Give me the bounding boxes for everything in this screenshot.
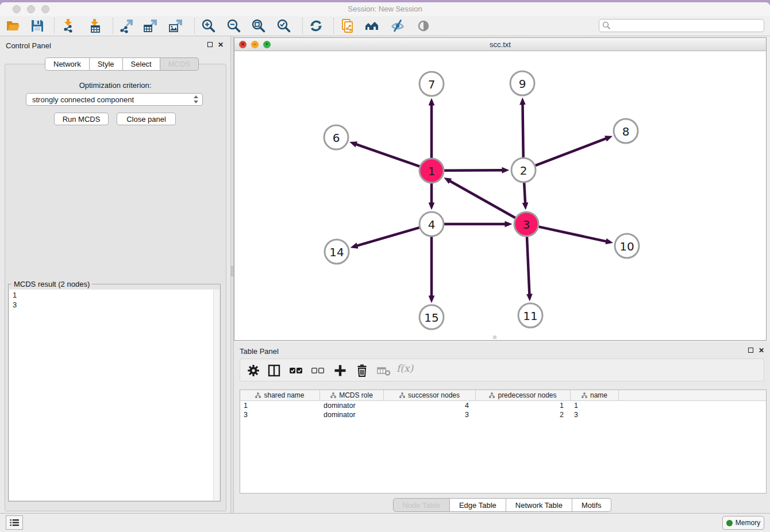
save-session-icon[interactable] — [30, 18, 45, 33]
zoom-fit-icon[interactable] — [251, 18, 266, 33]
delete-table-icon[interactable] — [376, 363, 391, 378]
node-table-body: 1dominator4113dominator323 — [240, 401, 766, 419]
table-cell[interactable]: 1 — [240, 401, 320, 410]
graph-edge-1-2[interactable] — [444, 170, 502, 171]
show-graphics-details-icon[interactable] — [416, 18, 431, 33]
delete-column-icon[interactable] — [355, 363, 369, 378]
tab-network-table[interactable]: Network Table — [506, 498, 572, 512]
column-header-successor-nodes[interactable]: successor nodes — [384, 390, 476, 400]
tab-motifs[interactable]: Motifs — [572, 498, 611, 512]
export-table-icon[interactable] — [143, 18, 157, 33]
open-session-icon[interactable] — [6, 18, 21, 33]
memory-button[interactable]: Memory — [722, 516, 764, 530]
window-title: Session: New Session — [0, 5, 770, 13]
import-table-icon[interactable] — [87, 18, 102, 33]
column-header-mcds-role[interactable]: MCDS role — [320, 390, 384, 400]
tab-select[interactable]: Select — [123, 57, 160, 71]
table-panel-title: Table Panel — [240, 347, 279, 356]
graph-edge-3-10[interactable] — [538, 227, 606, 241]
table-panel-close-icon[interactable]: ✕ — [759, 347, 764, 354]
graph-edge-1-6[interactable] — [356, 144, 419, 167]
column-header-shared-name[interactable]: shared name — [240, 390, 320, 400]
criterion-dropdown[interactable]: strongly connected component — [26, 93, 203, 106]
graph-node-label: 2 — [520, 164, 528, 178]
panel-divider-handle[interactable] — [231, 266, 233, 276]
table-cell[interactable]: 4 — [384, 401, 476, 410]
table-row[interactable]: 3dominator323 — [240, 410, 766, 419]
import-network-icon[interactable] — [61, 18, 76, 33]
table-cell[interactable]: 3 — [240, 410, 320, 419]
optimization-criterion-label: Optimization criterion: — [0, 81, 230, 90]
column-sort-icon — [489, 392, 495, 398]
table-settings-icon[interactable] — [246, 363, 261, 378]
search-input[interactable] — [599, 19, 764, 32]
select-all-checkboxes-icon[interactable] — [288, 363, 303, 378]
mcds-result-scrollbar[interactable] — [213, 290, 220, 500]
control-panel-float-icon[interactable] — [207, 42, 213, 47]
column-header-label: MCDS role — [339, 391, 373, 399]
zoom-selected-icon[interactable] — [276, 18, 291, 33]
graph-edge-2-8[interactable] — [536, 138, 606, 165]
task-history-button[interactable] — [6, 515, 23, 530]
network-view-window: ✕ − + scc.txt 7968124314101511 — [234, 37, 767, 341]
toolbar-separator — [333, 18, 334, 34]
export-image-icon[interactable] — [168, 18, 183, 33]
mcds-result-text[interactable]: 1 3 — [9, 290, 213, 500]
table-toolbar: f(x) — [240, 358, 764, 381]
network-window-titlebar: ✕ − + scc.txt — [234, 38, 766, 51]
graph-node-label: 7 — [428, 78, 436, 91]
clone-network-icon[interactable] — [340, 18, 355, 33]
zoom-out-icon[interactable] — [226, 18, 241, 33]
tab-network[interactable]: Network — [45, 57, 90, 71]
column-header-predecessor-nodes[interactable]: predecessor nodes — [476, 390, 571, 400]
graph-node-label: 10 — [619, 240, 634, 253]
table-panel: Table Panel ✕ f(x) — [234, 342, 770, 515]
graph-node-label: 4 — [428, 218, 436, 232]
network-window-title: scc.txt — [234, 40, 766, 49]
graph-edge-4-14[interactable] — [357, 228, 419, 246]
hide-graphics-icon[interactable] — [390, 18, 405, 33]
table-cell[interactable]: 3 — [384, 410, 476, 419]
tab-mcds[interactable]: MCDS — [160, 57, 199, 71]
tab-node-table[interactable]: Node Table — [392, 498, 450, 512]
close-panel-button[interactable]: Close panel — [117, 113, 176, 125]
column-header-label: predecessor nodes — [498, 391, 556, 399]
table-cell[interactable]: 1 — [476, 401, 571, 410]
column-sort-icon — [582, 392, 587, 398]
network-graph[interactable]: 7968124314101511 — [234, 51, 766, 340]
graph-edge-3-1[interactable] — [450, 181, 515, 218]
column-sort-icon — [255, 392, 261, 398]
export-network-icon[interactable] — [118, 18, 133, 33]
node-table-header: shared nameMCDS rolesuccessor nodesprede… — [240, 390, 766, 401]
table-panel-float-icon[interactable] — [748, 348, 753, 353]
table-panel-tabs: Node TableEdge TableNetwork TableMotifs — [392, 498, 611, 512]
graph-edge-2-3[interactable] — [524, 183, 525, 203]
graph-edge-2-9[interactable] — [522, 105, 523, 157]
network-hierarchy-icon[interactable] — [364, 18, 379, 33]
zoom-in-icon[interactable] — [201, 18, 216, 33]
graph-node-label: 14 — [329, 245, 344, 259]
control-panel-title: Control Panel — [6, 41, 51, 50]
graph-edge-3-11[interactable] — [527, 237, 529, 294]
refresh-view-icon[interactable] — [309, 18, 324, 33]
control-panel-close-icon[interactable]: ✕ — [218, 41, 224, 48]
toolbar-separator — [113, 18, 113, 34]
table-cell[interactable]: 3 — [571, 410, 619, 419]
table-cell[interactable]: 2 — [476, 410, 571, 419]
add-column-icon[interactable] — [333, 363, 348, 378]
control-panel-tabs: NetworkStyleSelectMCDS — [45, 57, 199, 71]
table-row[interactable]: 1dominator411 — [240, 401, 766, 410]
table-cell[interactable]: dominator — [320, 410, 384, 419]
tab-edge-table[interactable]: Edge Table — [450, 498, 506, 512]
status-bar: Memory — [0, 513, 770, 532]
column-header-name[interactable]: name — [571, 390, 619, 400]
deselect-all-checkboxes-icon[interactable] — [310, 363, 325, 378]
run-mcds-button[interactable]: Run MCDS — [54, 113, 109, 125]
tab-style[interactable]: Style — [90, 57, 123, 71]
table-cell[interactable]: dominator — [320, 401, 384, 410]
network-canvas[interactable]: 7968124314101511 — [234, 51, 766, 340]
table-cell[interactable]: 1 — [571, 401, 619, 410]
column-layout-icon[interactable] — [267, 363, 282, 378]
node-table[interactable]: shared nameMCDS rolesuccessor nodesprede… — [240, 390, 767, 494]
network-scroll-nub[interactable] — [493, 336, 496, 339]
